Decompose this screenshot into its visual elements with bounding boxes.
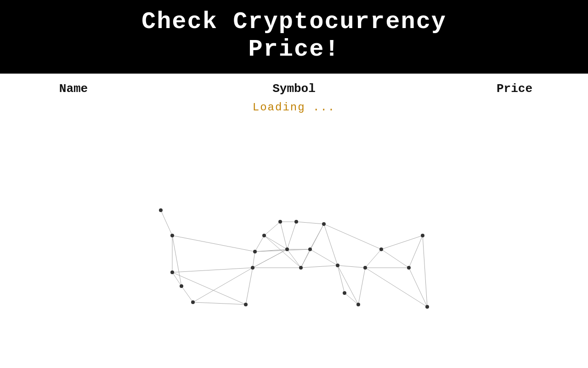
svg-line-7: [255, 236, 264, 252]
svg-line-31: [301, 265, 338, 268]
svg-line-12: [338, 265, 345, 293]
svg-line-27: [287, 249, 301, 268]
svg-line-19: [172, 236, 255, 252]
svg-point-65: [363, 266, 367, 270]
svg-line-13: [345, 293, 358, 305]
svg-point-57: [294, 220, 298, 224]
svg-line-33: [310, 249, 338, 265]
svg-line-8: [264, 222, 280, 236]
col-name-header: Name: [0, 82, 147, 96]
svg-point-69: [425, 305, 429, 309]
svg-line-6: [253, 252, 255, 268]
svg-line-20: [172, 268, 253, 272]
svg-point-68: [421, 234, 424, 237]
svg-point-61: [322, 222, 326, 226]
svg-point-47: [159, 208, 163, 212]
svg-line-18: [423, 236, 427, 307]
svg-point-64: [356, 303, 360, 306]
svg-line-5: [246, 268, 253, 305]
svg-line-22: [193, 268, 253, 302]
svg-line-14: [358, 268, 365, 305]
header: Check Cryptocurrency Price!: [0, 0, 588, 74]
svg-line-45: [253, 249, 287, 268]
svg-line-10: [296, 222, 324, 224]
svg-point-54: [253, 250, 257, 253]
svg-line-34: [324, 224, 381, 249]
svg-line-4: [193, 302, 246, 305]
svg-point-48: [170, 234, 174, 237]
svg-line-15: [365, 249, 381, 268]
svg-point-60: [308, 247, 312, 251]
svg-line-46: [172, 236, 181, 286]
loading-row: Loading ...: [0, 99, 588, 114]
svg-line-0: [161, 210, 172, 236]
svg-line-32: [310, 224, 324, 249]
svg-line-36: [338, 265, 358, 305]
svg-line-42: [381, 236, 423, 249]
svg-point-63: [343, 291, 346, 295]
svg-point-55: [262, 234, 266, 237]
svg-point-49: [170, 270, 174, 274]
svg-point-52: [244, 303, 248, 306]
svg-point-59: [299, 266, 303, 270]
svg-line-24: [264, 236, 287, 249]
svg-line-25: [280, 222, 287, 249]
svg-line-35: [338, 265, 365, 268]
svg-point-67: [407, 266, 411, 270]
col-symbol-header: Symbol: [147, 82, 441, 96]
svg-point-53: [251, 266, 254, 270]
page-title: Check Cryptocurrency Price!: [9, 8, 579, 63]
loading-text: Loading ...: [253, 101, 335, 114]
svg-point-62: [336, 264, 339, 267]
network-graph: [147, 150, 441, 316]
svg-point-56: [278, 220, 282, 224]
svg-point-51: [191, 300, 195, 304]
svg-point-50: [180, 284, 183, 288]
svg-line-26: [287, 222, 296, 249]
svg-line-11: [324, 224, 338, 265]
svg-line-3: [181, 286, 193, 302]
col-price-header: Price: [441, 82, 588, 96]
chart-area: [0, 114, 588, 316]
table-header-row: Name Symbol Price: [0, 74, 588, 99]
svg-line-17: [409, 236, 423, 268]
svg-point-66: [379, 247, 383, 251]
svg-point-58: [285, 247, 289, 251]
svg-line-16: [381, 249, 409, 268]
